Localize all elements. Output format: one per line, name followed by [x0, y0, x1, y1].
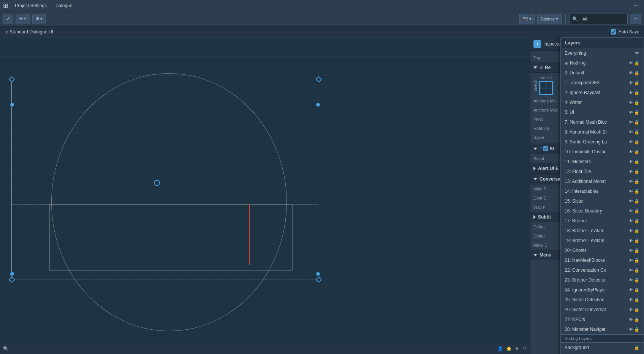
menu-item-project-settings[interactable]: Project Settings — [11, 0, 51, 11]
layer-eye-icon-4-water[interactable]: 👁 — [628, 99, 634, 105]
layer-lock-icon-20-ghosts[interactable]: 🔒 — [634, 247, 640, 253]
layer-eye-icon-12-floor[interactable]: 👁 — [628, 168, 634, 175]
scene-view[interactable]: 🔍 👤 ⭐ 👁 21 — [0, 37, 530, 354]
layer-eye-icon-14-interactables[interactable]: 👁 — [628, 188, 634, 194]
layer-eye-icon-11-monsters[interactable]: 👁 — [628, 159, 634, 165]
layer-item-10-immobile[interactable]: 10: Immobile Obstac👁🔒 — [561, 147, 644, 157]
layer-eye-icon-26-sister-conv[interactable]: 👁 — [628, 307, 634, 313]
toolbar-transform-btn[interactable]: ⤢ — [3, 14, 13, 24]
layer-eye-icon-7-normal-mesh[interactable]: 👁 — [628, 119, 634, 125]
layer-lock-icon-21-navmesh[interactable]: 🔒 — [634, 257, 640, 263]
layer-eye-icon-17-brother[interactable]: 👁 — [628, 218, 634, 224]
toolbar-eye-btn[interactable]: 👁 0 — [16, 14, 30, 24]
gizmos-button[interactable]: Gizmos ▾ — [537, 14, 562, 24]
layer-item-4-water[interactable]: 4: Water👁🔒 — [561, 98, 644, 107]
layer-item-18-brother-lev1[interactable]: 18: Brother Levitate👁🔒 — [561, 226, 644, 236]
layer-lock-icon-24-ignored[interactable]: 🔒 — [634, 287, 640, 293]
layer-item-13-additional[interactable]: 13: Additional Monst👁🔒 — [561, 176, 644, 186]
layer-eye-icon-0-default[interactable]: 👁 — [628, 70, 634, 76]
layer-item-16-sister-boundry[interactable]: 16: Sister Boundry👁🔒 — [561, 206, 644, 216]
layer-item-28-monster-nav[interactable]: 28: Monster Navigat👁🔒 — [561, 324, 644, 334]
layer-lock-icon-5-ui[interactable]: 🔒 — [634, 109, 640, 115]
layer-eye-icon-27-npc[interactable]: 👁 — [628, 316, 634, 323]
layer-lock-icon-25-sister-det[interactable]: 🔒 — [634, 297, 640, 303]
layer-lock-icon-13-additional[interactable]: 🔒 — [634, 178, 640, 184]
layer-item-everything[interactable]: Everything👁 — [561, 48, 644, 58]
layer-item-27-npc[interactable]: 27: NPC's👁🔒 — [561, 315, 644, 324]
layer-eye-icon-15-sister[interactable]: 👁 — [628, 198, 634, 204]
layer-item-11-monsters[interactable]: 11: Monsters👁🔒 — [561, 157, 644, 167]
layer-lock-icon-8-abnormal[interactable]: 🔒 — [634, 129, 640, 135]
layer-item-23-brother-det[interactable]: 23: Brother Detectio👁🔒 — [561, 275, 644, 285]
layer-eye-icon-13-additional[interactable]: 👁 — [628, 178, 634, 184]
layer-lock-icon-2-ignore[interactable]: 🔒 — [634, 90, 640, 96]
layer-lock-icon-26-sister-conv[interactable]: 🔒 — [634, 307, 640, 313]
layer-lock-icon-18-brother-lev1[interactable]: 🔒 — [634, 228, 640, 234]
layer-eye-icon-21-navmesh[interactable]: 👁 — [628, 257, 634, 263]
layer-item-19-brother-lev2[interactable]: 19: Brother Levitate👁🔒 — [561, 236, 644, 245]
layer-lock-icon-28-monster-nav[interactable]: 🔒 — [634, 326, 640, 332]
layer-lock-icon-11-monsters[interactable]: 🔒 — [634, 159, 640, 165]
layer-eye-icon-25-sister-det[interactable]: 👁 — [628, 297, 634, 303]
search-input[interactable] — [579, 14, 625, 24]
layer-item-12-floor[interactable]: 12: Floor Tile👁🔒 — [561, 167, 644, 176]
layer-lock-icon-12-floor[interactable]: 🔒 — [634, 168, 640, 175]
layer-item-2-ignore[interactable]: 2: Ignore Raycast👁🔒 — [561, 88, 644, 98]
layer-eye-icon-16-sister-boundry[interactable]: 👁 — [628, 208, 634, 214]
layer-lock-icon-0-default[interactable]: 🔒 — [634, 70, 640, 76]
layer-lock-icon-1-transparent[interactable]: 🔒 — [634, 80, 640, 86]
layer-eye-icon-22-conversation[interactable]: 👁 — [628, 267, 634, 273]
layer-item-21-navmesh[interactable]: 21: NavMeshBlocks👁🔒 — [561, 255, 644, 265]
menu-item-dialogue[interactable]: Dialogue — [51, 0, 76, 11]
layer-item-24-ignored[interactable]: 24: IgnoredByPlayer👁🔒 — [561, 285, 644, 295]
layer-lock-icon-27-npc[interactable]: 🔒 — [634, 316, 640, 323]
layer-lock-icon-15-sister[interactable]: 🔒 — [634, 198, 640, 204]
layer-eye-icon-2-ignore[interactable]: 👁 — [628, 90, 634, 96]
layer-eye-icon-nothing[interactable]: 👁 — [628, 60, 634, 66]
layer-item-15-sister[interactable]: 15: Sister👁🔒 — [561, 196, 644, 206]
toolbar-camera-btn[interactable]: 📷 ▾ — [519, 14, 535, 24]
layer-eye-icon-23-brother-det[interactable]: 👁 — [628, 277, 634, 283]
layer-lock-icon-7-normal-mesh[interactable]: 🔒 — [634, 119, 640, 125]
layer-item-17-brother[interactable]: 17: Brother👁🔒 — [561, 216, 644, 226]
layer-item-25-sister-det[interactable]: 25: Sister Detection👁🔒 — [561, 295, 644, 305]
layer-lock-icon-nothing[interactable]: 🔒 — [634, 60, 640, 66]
auto-save-checkbox[interactable] — [611, 29, 616, 35]
layer-lock-icon-4-water[interactable]: 🔒 — [634, 99, 640, 105]
script-checkbox[interactable] — [543, 146, 548, 151]
layer-eye-icon-20-ghosts[interactable]: 👁 — [628, 247, 634, 253]
rect-transform-icon[interactable] — [539, 81, 553, 95]
layer-eye-icon-1-transparent[interactable]: 👁 — [628, 80, 634, 86]
layer-lock-icon-16-sister-boundry[interactable]: 🔒 — [634, 208, 640, 214]
layer-item-9-sprite[interactable]: 9: Sprite Ordering La👁🔒 — [561, 137, 644, 147]
layer-lock-icon-22-conversation[interactable]: 🔒 — [634, 267, 640, 273]
layer-item-1-transparent[interactable]: 1: TransparentFX👁🔒 — [561, 78, 644, 88]
sorting-layer-item-0[interactable]: Background 🔒 — [561, 343, 644, 352]
layer-lock-icon-9-sprite[interactable]: 🔒 — [634, 139, 640, 145]
layer-lock-icon-19-brother-lev2[interactable]: 🔒 — [634, 238, 640, 244]
layer-item-nothing[interactable]: ◉Nothing👁🔒 — [561, 58, 644, 68]
layer-eye-icon-everything[interactable]: 👁 — [634, 50, 640, 56]
layer-eye-icon-18-brother-lev1[interactable]: 👁 — [628, 228, 634, 234]
sorting-layer-lock-0[interactable]: 🔒 — [634, 345, 640, 351]
toolbar-more-btn[interactable]: ⋯ — [630, 14, 641, 24]
layer-item-0-default[interactable]: 0: Default👁🔒 — [561, 68, 644, 78]
toolbar-grid-btn[interactable]: ⊞ ▾ — [32, 14, 46, 24]
layer-eye-icon-9-sprite[interactable]: 👁 — [628, 139, 634, 145]
layer-item-5-ui[interactable]: 5: UI👁🔒 — [561, 107, 644, 117]
layer-eye-icon-19-brother-lev2[interactable]: 👁 — [628, 238, 634, 244]
layer-lock-icon-14-interactables[interactable]: 🔒 — [634, 188, 640, 194]
sorting-layer-item-1[interactable]: Default 🔒 — [561, 352, 644, 354]
layer-lock-icon-17-brother[interactable]: 🔒 — [634, 218, 640, 224]
layer-item-7-normal-mesh[interactable]: 7: Normal Mesh Bloc👁🔒 — [561, 117, 644, 127]
layer-eye-icon-10-immobile[interactable]: 👁 — [628, 149, 634, 155]
layer-item-22-conversation[interactable]: 22: Conversation Co👁🔒 — [561, 265, 644, 275]
layer-eye-icon-24-ignored[interactable]: 👁 — [628, 287, 634, 293]
layer-item-26-sister-conv[interactable]: 26: Sister Conversat👁🔒 — [561, 305, 644, 315]
layer-item-20-ghosts[interactable]: 20: Ghosts👁🔒 — [561, 245, 644, 255]
layer-eye-icon-28-monster-nav[interactable]: 👁 — [628, 326, 634, 332]
layer-eye-icon-5-ui[interactable]: 👁 — [628, 109, 634, 115]
layer-lock-icon-10-immobile[interactable]: 🔒 — [634, 149, 640, 155]
menu-more-button[interactable]: ⋯ — [630, 3, 641, 8]
layer-item-8-abnormal[interactable]: 8: Abnormal Mesh Bl👁🔒 — [561, 127, 644, 137]
